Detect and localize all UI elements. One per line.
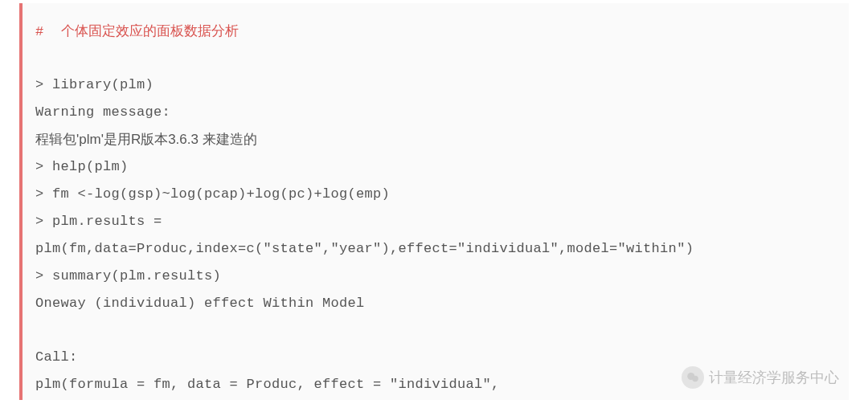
code-line: plm(fm,data=Produc,index=c("state","year… [35, 235, 836, 263]
code-line: Call: [35, 344, 836, 371]
comment-text: 个体固定效应的面板数据分析 [61, 23, 239, 39]
code-line: > plm.results = [35, 208, 836, 235]
code-line: model = "within", index = c("state", "ye… [35, 398, 836, 400]
blank-line [35, 317, 836, 343]
code-line: Warning message: [35, 99, 836, 126]
code-line: > fm <-log(gsp)~log(pcap)+log(pc)+log(em… [35, 181, 836, 208]
blank-line [35, 46, 836, 71]
code-line: > summary(plm.results) [35, 263, 836, 290]
code-comment-line: # 个体固定效应的面板数据分析 [35, 18, 836, 46]
code-line: plm(formula = fm, data = Produc, effect … [35, 371, 836, 398]
code-line: 程辑包'plm'是用R版本3.6.3 来建造的 [35, 126, 836, 153]
comment-hash: # [35, 24, 61, 39]
code-block: # 个体固定效应的面板数据分析 > library(plm) Warning m… [19, 3, 849, 400]
code-line: Oneway (individual) effect Within Model [35, 290, 836, 317]
code-line: > help(plm) [35, 153, 836, 181]
code-line: > library(plm) [35, 71, 836, 99]
